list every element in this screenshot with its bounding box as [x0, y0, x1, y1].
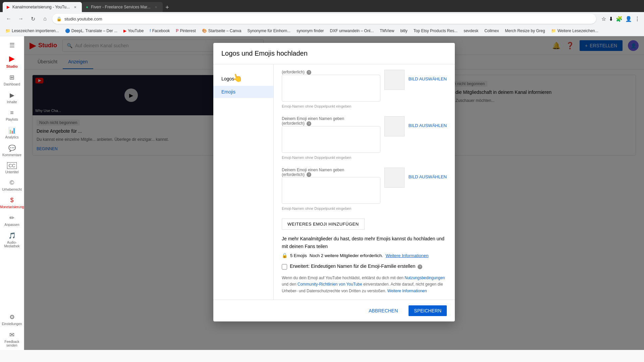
sidebar-item-inhalte[interactable]: ▶ Inhalte	[0, 89, 24, 107]
advanced-label: Erweitert: Eindeutigen Namen für die Emo…	[290, 263, 422, 269]
copyright-icon: ©	[10, 179, 14, 186]
help-circle-icon[interactable]: ?	[307, 70, 311, 75]
advanced-checkbox-row: Erweitert: Eindeutigen Namen für die Emo…	[282, 263, 447, 269]
settings-icon: ⚙	[9, 313, 15, 321]
dialog-body: Logos 👆 Emojis (erford	[213, 64, 455, 300]
cancel-button[interactable]: ABBRECHEN	[363, 305, 403, 316]
studio-layout: ☰ ▶ Studio ⊞ Dashboard ▶ Inhalte ≡ Playl…	[0, 36, 644, 350]
add-emoji-button[interactable]: WEITERES EMOJI HINZUFÜGEN	[282, 219, 365, 230]
advanced-checkbox[interactable]	[282, 264, 287, 269]
emoji-input-hint-3: Emoji-Namen ohne Doppelpunkt eingeben	[282, 206, 380, 210]
analytics-icon: 📊	[8, 127, 16, 134]
bookmark-synonyme[interactable]: Synonyme für Einhorn...	[245, 28, 293, 34]
help-circle-icon[interactable]: ?	[307, 172, 311, 177]
emoji-image-2[interactable]	[384, 116, 405, 136]
menu-icon[interactable]: ⋮	[635, 16, 640, 22]
forward-button[interactable]: →	[16, 14, 25, 23]
new-tab-button[interactable]: +	[163, 3, 172, 12]
sidebar-item-untertitel[interactable]: CC Untertitel	[0, 160, 24, 177]
bookmark-deepl[interactable]: 🔵 DeepL. Translate – Der ...	[62, 28, 120, 34]
bookmark-star[interactable]: ☆	[601, 16, 606, 22]
bookmark-collmex[interactable]: Collmex	[482, 28, 501, 34]
canva-icon: 🎨	[202, 28, 207, 33]
save-button[interactable]: SPEICHERN	[409, 305, 447, 316]
tab-fiverr[interactable]: ● Fiverr - Freelance Services Mar... ✕	[82, 2, 163, 12]
dialog-sidebar: Logos 👆 Emojis	[213, 64, 274, 300]
emoji-image-1[interactable]	[384, 70, 405, 90]
emoji-info-box: Je mehr Kanalmitglieder du hast, desto m…	[282, 235, 447, 258]
lock-icon: 🔒	[282, 253, 287, 258]
emoji-row-3: Deinem Emoji einen Namen geben (erforder…	[282, 168, 447, 211]
emoji-image-3[interactable]	[384, 168, 405, 188]
tab-label: Kanalmonetarisierung - YouTu...	[12, 5, 70, 9]
bild-auswaehlen-btn-3[interactable]: BILD AUSWÄHLEN	[409, 168, 447, 179]
playlist-icon: ≡	[10, 109, 14, 116]
sidebar-item-menu[interactable]: ☰	[0, 39, 24, 52]
sidebar-item-monetarisierung[interactable]: $ Monetarisierung	[0, 194, 24, 212]
bookmark-dxf[interactable]: DXF umwandeln – Onl...	[327, 28, 377, 34]
sidebar-item-feedback[interactable]: ✉ Feedback senden	[0, 328, 24, 350]
sidebar-item-urheberrecht[interactable]: © Urheberrecht	[0, 177, 24, 194]
dialog-nav-emojis[interactable]: Emojis	[213, 86, 273, 98]
bookmark-tmview[interactable]: TMView	[377, 28, 397, 34]
sidebar-item-einstellungen[interactable]: ⚙ Einstellungen	[0, 311, 24, 328]
profile-icon[interactable]: 👤	[625, 16, 632, 22]
emoji-input-group-1: (erforderlich) ? Emoji-Namen ohne Doppel…	[282, 70, 380, 108]
bookmark-more[interactable]: 📁 Weitere Lesezeichen...	[548, 28, 601, 34]
tos-link-community[interactable]: Community-Richtlinien von YouTube	[298, 282, 362, 287]
bookmark-facebook[interactable]: f Facebook	[147, 28, 172, 34]
sidebar-item-dashboard[interactable]: ⊞ Dashboard	[0, 71, 24, 89]
bild-auswaehlen-btn-1[interactable]: BILD AUSWÄHLEN	[409, 70, 447, 81]
tab-bar: ▶ Kanalmonetarisierung - YouTu... ✕ ● Fi…	[0, 0, 644, 12]
url-bar[interactable]: 🔒 studio.youtube.com	[52, 14, 596, 24]
emoji-input-field-3[interactable]	[282, 177, 380, 204]
emoji-row-2: Deinem Emoji einen Namen geben (erforder…	[282, 116, 447, 160]
emoji-input-hint-1: Emoji-Namen ohne Doppelpunkt eingeben	[282, 104, 380, 108]
sidebar-item-audio[interactable]: 🎵 Audio-Mediathek	[0, 229, 24, 251]
bookmark-pinterest[interactable]: P Pinterest	[173, 28, 198, 34]
tab-close[interactable]: ✕	[153, 4, 159, 10]
bookmark-etsy[interactable]: Top Etsy Products Res...	[411, 28, 460, 34]
more-info-link[interactable]: Weitere Informationen	[386, 253, 429, 258]
bookmark-synonym-finder[interactable]: synonym finder	[294, 28, 326, 34]
sidebar: ☰ ▶ Studio ⊞ Dashboard ▶ Inhalte ≡ Playl…	[0, 36, 24, 350]
emoji-input-label-3: Deinem Emoji einen Namen geben (erforder…	[282, 168, 380, 177]
tab-favicon: ●	[86, 5, 88, 9]
address-bar: ← → ↻ ⌂ 🔒 studio.youtube.com ☆ ⬇ 🧩 👤 ⋮	[0, 12, 644, 25]
more-bookmarks-icon: 📁	[551, 28, 556, 33]
tab-close[interactable]: ✕	[72, 4, 78, 10]
feedback-icon: ✉	[9, 331, 14, 339]
sidebar-item-logo[interactable]: ▶ Studio	[0, 52, 24, 71]
back-button[interactable]: ←	[4, 14, 13, 23]
sidebar-item-anpassen[interactable]: ✏ Anpassen	[0, 212, 24, 229]
bookmark-youtube[interactable]: ▶ YouTube	[121, 28, 146, 34]
sidebar-item-analytics[interactable]: 📊 Analytics	[0, 124, 24, 142]
bookmark-canva[interactable]: 🎨 Startseite – Canva	[199, 28, 244, 34]
pinterest-icon: P	[176, 28, 178, 33]
menu-icon: ☰	[9, 42, 15, 49]
bookmark-merch[interactable]: Merch Resize by Greg	[502, 28, 548, 34]
help-circle-advanced[interactable]: ?	[418, 264, 422, 269]
tab-youtube[interactable]: ▶ Kanalmonetarisierung - YouTu... ✕	[3, 2, 82, 12]
extension-icon[interactable]: 🧩	[616, 16, 623, 22]
bild-auswaehlen-btn-2[interactable]: BILD AUSWÄHLEN	[409, 116, 447, 128]
home-button[interactable]: ⌂	[40, 14, 50, 23]
tos-text: Wenn du dein Emoji auf YouTube hochlädst…	[282, 275, 447, 294]
tos-link-weitere[interactable]: Weitere Informationen	[387, 289, 427, 293]
tos-link-nutzungsbedingungen[interactable]: Nutzungsbedingungen	[405, 276, 445, 280]
bookmark-sevdesk[interactable]: sevdesk	[461, 28, 481, 34]
emoji-input-field-2[interactable]	[282, 126, 380, 153]
help-circle-icon[interactable]: ?	[307, 121, 311, 126]
download-icon[interactable]: ⬇	[609, 16, 613, 22]
browser-chrome: ▶ Kanalmonetarisierung - YouTu... ✕ ● Fi…	[0, 0, 644, 36]
refresh-button[interactable]: ↻	[28, 14, 38, 23]
bookmark-lesezeichen[interactable]: 📁 Lesezeichen importieren...	[3, 28, 62, 34]
sidebar-item-kommentare[interactable]: 💬 Kommentare	[0, 142, 24, 160]
emoji-input-field-1[interactable]	[282, 75, 380, 102]
monetization-icon: $	[10, 197, 13, 204]
bookmark-bitly[interactable]: bitly	[397, 28, 410, 34]
emoji-input-hint-2: Emoji-Namen ohne Doppelpunkt eingeben	[282, 156, 380, 160]
sidebar-item-playlists[interactable]: ≡ Playlists	[0, 107, 24, 124]
dialog-nav-logos[interactable]: Logos 👆	[213, 70, 273, 86]
emoji-count: 5 Emojis	[290, 253, 307, 258]
